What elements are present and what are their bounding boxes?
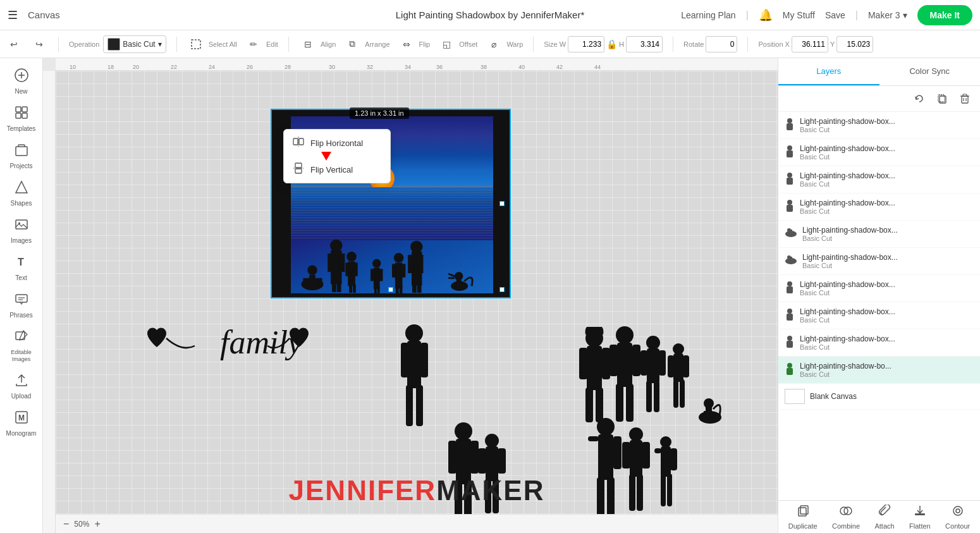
align-label: Align [321,40,336,48]
layer-info-0: Light-painting-shadow-box... Basic Cut [800,117,974,133]
bottom-bar: − 50% + [56,514,778,533]
sidebar-item-upload[interactable]: Upload [0,368,42,405]
panel-tabs: Layers Color Sync [778,58,980,86]
height-input[interactable]: 3.314 [626,36,663,52]
offset-button[interactable]: ◱ [438,35,455,53]
flip-button[interactable]: ⇔ [398,35,415,53]
layer-item-9[interactable]: Light-painting-shadow-bo... Basic Cut [778,357,980,384]
svg-rect-52 [408,255,413,273]
flip-horizontal-option[interactable]: Flip Horizontal [284,130,390,156]
sidebar-item-templates[interactable]: Templates [0,101,42,138]
svg-rect-0 [192,40,200,49]
select-all-button[interactable] [187,35,205,53]
align-button[interactable]: ⊟ [299,35,317,53]
new-icon [15,68,28,85]
tab-layers[interactable]: Layers [778,58,879,85]
make-it-button[interactable]: Make It [917,5,972,25]
maker-selector[interactable]: Maker 3 ▾ [868,10,907,20]
layer-item-1[interactable]: Light-painting-shadow-box... Basic Cut [778,139,980,166]
templates-icon [15,106,28,123]
svg-rect-126 [661,474,666,506]
panel-delete-button[interactable] [956,90,974,107]
zoom-out-button[interactable]: − [63,518,69,530]
layer-item-7[interactable]: Light-painting-shadow-box... Basic Cut [778,302,980,329]
svg-rect-141 [787,123,793,130]
redo-button[interactable]: ↪ [30,35,48,53]
flip-vertical-icon [293,162,304,176]
flip-dropdown: Flip Horizontal Flip Vertical [283,129,391,183]
images-icon [15,217,28,235]
operation-select[interactable]: Basic Cut ▾ [103,35,166,53]
offset-group: ◱ Offset [438,35,477,53]
y-input[interactable]: 15.023 [836,36,873,52]
undo-button[interactable]: ↩ [5,35,23,53]
layer-item-3[interactable]: Light-painting-shadow-box... Basic Cut [778,193,980,221]
lock-icon[interactable]: 🔒 [606,39,617,49]
save-link[interactable]: Save [825,10,845,20]
attach-button[interactable]: Attach [874,505,894,530]
svg-rect-69 [587,346,602,390]
tab-color-sync[interactable]: Color Sync [879,58,981,85]
duplicate-button[interactable]: Duplicate [788,505,818,530]
svg-point-110 [597,418,615,436]
svg-rect-23 [306,278,309,288]
svg-rect-87 [673,353,683,382]
operation-label: Operation [69,40,99,48]
svg-rect-84 [646,381,652,412]
phrases-icon [15,292,28,309]
sidebar-item-projects[interactable]: Projects [0,138,42,175]
mystuff-link[interactable]: My Stuff [783,10,815,20]
toolbar: ↩ ↪ Operation Basic Cut ▾ Select All ✏ E… [0,30,980,58]
flip-vertical-option[interactable]: Flip Vertical [284,156,390,183]
svg-rect-41 [379,269,383,281]
combine-button[interactable]: Combine [832,505,860,530]
svg-point-74 [616,326,634,344]
attach-icon [878,505,891,520]
edit-button[interactable]: ✏ [245,35,262,53]
layer-item-5[interactable]: Light-painting-shadow-box... Basic Cut [778,248,980,275]
svg-rect-22 [303,278,306,288]
templates-label: Templates [7,125,36,133]
menu-icon[interactable]: ☰ [8,8,18,22]
svg-point-169 [956,509,960,513]
width-input[interactable]: 1.233 [568,36,604,52]
layer-info-7: Light-painting-shadow-box... Basic Cut [800,307,974,324]
position-label: Position [758,40,783,48]
warp-button[interactable]: ⌀ [485,35,503,53]
layer-item-0[interactable]: Light-painting-shadow-box... Basic Cut [778,112,980,139]
layer-item-6[interactable]: Light-painting-shadow-box... Basic Cut [778,275,980,302]
sidebar-item-phrases[interactable]: Phrases [0,287,42,324]
sidebar-item-shapes[interactable]: Shapes [0,175,42,212]
layer-item-8[interactable]: Light-painting-shadow-box... Basic Cut [778,329,980,357]
layer-info-6: Light-painting-shadow-box... Basic Cut [800,280,974,297]
blank-canvas-item[interactable]: Blank Canvas [778,384,980,410]
layer-item-2[interactable]: Light-painting-shadow-box... Basic Cut [778,166,980,193]
upload-icon [15,373,28,390]
flatten-button[interactable]: Flatten [909,505,931,530]
sidebar-item-images[interactable]: Images [0,212,42,250]
zoom-in-button[interactable]: + [94,518,100,530]
panel-reset-button[interactable] [910,90,928,107]
x-input[interactable]: 36.111 [792,36,828,52]
sidebar-item-monogram[interactable]: M Monogram [0,405,42,443]
panel-copy-button[interactable] [933,90,951,107]
svg-point-122 [660,436,671,448]
arrange-button[interactable]: ⧉ [343,35,361,53]
canvas-area[interactable]: 10 18 20 22 24 26 28 30 32 34 36 38 40 4… [43,58,778,533]
sidebar-item-new[interactable]: New [0,63,42,101]
w-label: W [560,40,566,48]
canvas-content[interactable]: 1.23 in x 3.31 in family [56,71,778,533]
learning-plan[interactable]: Learning Plan [681,10,735,20]
sidebar-item-editable-images[interactable]: EditableImages [0,324,42,368]
layer-name-8: Light-painting-shadow-box... [800,334,974,343]
sidebar-item-text[interactable]: T Text [0,250,42,287]
contour-button[interactable]: Contour [945,505,970,530]
rotate-input[interactable]: 0 [706,36,737,52]
layer-item-4[interactable]: Light-painting-shadow-box... Basic Cut [778,221,980,248]
left-sidebar: New Templates Projects Shapes Images [0,58,43,533]
svg-rect-115 [607,477,615,517]
bell-icon[interactable]: 🔔 [759,8,773,22]
h-label: H [619,40,624,48]
separator-4 [533,37,534,52]
canvas-title: Canvas [28,9,60,20]
